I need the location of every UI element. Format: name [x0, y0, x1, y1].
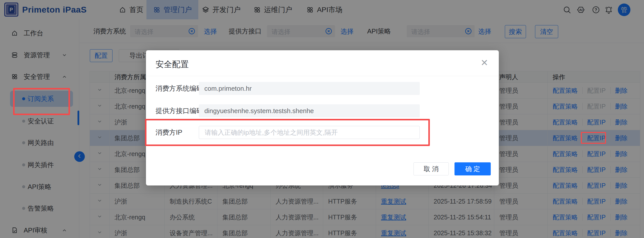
provider-api-code-field [199, 104, 420, 117]
consumer-ip-field[interactable] [199, 126, 420, 139]
consumer-system-code-label: 消费方系统编码 [156, 82, 203, 95]
cancel-button[interactable]: 取 消 [413, 162, 449, 175]
consumer-ip-label: 消费方IP [156, 126, 182, 139]
divider [146, 76, 499, 76]
security-config-dialog: 安全配置 ✕ 消费方系统编码 提供方接口编码 消费方IP 取 消 确 定 [146, 50, 499, 185]
provider-api-code-label: 提供方接口编码 [156, 104, 203, 117]
dialog-title: 安全配置 [156, 59, 189, 70]
ok-button[interactable]: 确 定 [454, 162, 491, 175]
consumer-system-code-field [199, 82, 420, 95]
app-window: P Primeton iPaaS 首页管理门户开发门户运维门户API市场 AI?… [0, 0, 644, 238]
close-icon[interactable]: ✕ [481, 58, 488, 67]
